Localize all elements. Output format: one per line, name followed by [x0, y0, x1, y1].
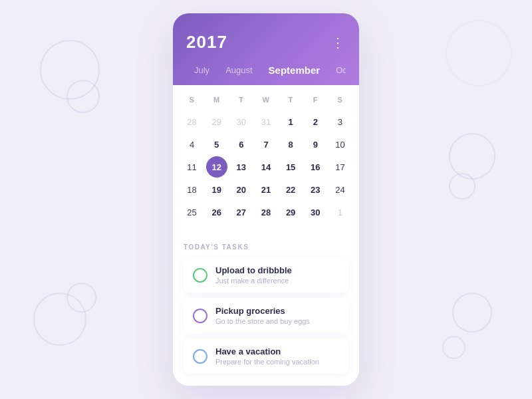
- cal-day[interactable]: 29: [286, 201, 295, 223]
- cal-day[interactable]: 2: [313, 110, 318, 133]
- task-circle: [193, 268, 207, 283]
- tasks-section: TODAY'S TASKS Upload to dribbbleJust mak…: [173, 233, 359, 386]
- cal-day-wrapper: 28: [253, 201, 278, 223]
- cal-day-wrapper: 9: [303, 133, 328, 156]
- cal-day[interactable]: 21: [261, 178, 271, 201]
- cal-day-wrapper: 5: [204, 133, 229, 156]
- day-header-T: T: [279, 92, 303, 108]
- task-circle: [193, 309, 207, 323]
- cal-day-wrapper: 29: [279, 201, 303, 223]
- day-header-W: W: [253, 92, 278, 108]
- day-header-F: F: [303, 92, 328, 108]
- more-icon[interactable]: ⋮: [331, 36, 346, 49]
- month-tabs: JulyAugustSeptemberOctoberN: [186, 65, 346, 85]
- day-header-S: S: [328, 92, 352, 108]
- task-card[interactable]: Pickup groceriesGo to the store and buy …: [184, 298, 348, 333]
- day-header-T: T: [229, 92, 253, 108]
- cal-day-wrapper: 26: [204, 201, 229, 223]
- cal-day-wrapper: 15: [279, 156, 303, 178]
- task-content: Pickup groceriesGo to the store and buy …: [215, 306, 310, 325]
- cal-day[interactable]: 13: [237, 156, 246, 178]
- month-tab-october[interactable]: October: [328, 65, 346, 75]
- cal-day[interactable]: 22: [286, 178, 295, 201]
- cal-day[interactable]: 8: [289, 133, 293, 156]
- task-card[interactable]: Have a vacationPrepare for the coming va…: [184, 338, 348, 374]
- month-tab-august[interactable]: August: [217, 65, 260, 75]
- cal-day[interactable]: 12: [206, 156, 227, 178]
- task-desc: Prepare for the coming vacation: [215, 358, 319, 366]
- cal-day-wrapper: 23: [303, 178, 328, 201]
- cal-day-wrapper: 31: [253, 110, 278, 133]
- cal-day[interactable]: 6: [239, 133, 243, 156]
- cal-day-wrapper: 17: [328, 156, 352, 178]
- cal-day-wrapper: 22: [279, 178, 303, 201]
- task-desc: Go to the store and buy eggs: [215, 317, 310, 325]
- cal-day[interactable]: 29: [211, 110, 221, 133]
- calendar-grid-wrapper: SMTWTFS 28293031123456789101112131415161…: [173, 85, 359, 233]
- task-title: Pickup groceries: [215, 306, 310, 316]
- cal-day-wrapper: 20: [229, 178, 253, 201]
- cal-day[interactable]: 9: [313, 133, 318, 156]
- task-title: Have a vacation: [215, 346, 319, 356]
- cal-day-wrapper: 29: [204, 110, 229, 133]
- cal-day-wrapper: 11: [180, 156, 204, 178]
- task-card[interactable]: Upload to dribbbleJust make a difference: [184, 257, 348, 293]
- cal-day-wrapper: 25: [180, 201, 204, 223]
- day-headers: SMTWTFS: [180, 92, 352, 108]
- cal-day[interactable]: 10: [335, 133, 344, 156]
- cal-day[interactable]: 3: [338, 110, 342, 133]
- task-content: Upload to dribbbleJust make a difference: [215, 265, 292, 285]
- cal-day-wrapper: 14: [253, 156, 278, 178]
- cal-day-wrapper: 30: [303, 201, 328, 223]
- cal-day[interactable]: 1: [289, 110, 293, 133]
- cal-day-wrapper: 8: [279, 133, 303, 156]
- cal-day-wrapper: 18: [180, 178, 204, 201]
- cal-day[interactable]: 15: [286, 156, 295, 178]
- cal-day-wrapper: 10: [328, 133, 352, 156]
- month-tab-september[interactable]: September: [261, 65, 329, 76]
- cal-day-wrapper: 28: [180, 110, 204, 133]
- cal-day-wrapper: 30: [229, 110, 253, 133]
- cal-day[interactable]: 30: [311, 201, 320, 223]
- cal-day-wrapper: 1: [279, 110, 303, 133]
- cal-day[interactable]: 25: [187, 201, 196, 223]
- cal-day-wrapper: 19: [204, 178, 229, 201]
- cal-day-wrapper: 16: [303, 156, 328, 178]
- cal-day[interactable]: 16: [311, 156, 320, 178]
- task-desc: Just make a difference: [215, 277, 292, 285]
- cal-day[interactable]: 20: [237, 178, 246, 201]
- tasks-label: TODAY'S TASKS: [184, 243, 348, 251]
- cal-day[interactable]: 11: [187, 156, 196, 178]
- cal-day[interactable]: 18: [187, 178, 196, 201]
- cal-day[interactable]: 5: [214, 133, 219, 156]
- task-content: Have a vacationPrepare for the coming va…: [215, 346, 319, 366]
- cal-day[interactable]: 30: [237, 110, 246, 133]
- cal-day[interactable]: 1: [338, 201, 342, 223]
- cal-day[interactable]: 27: [237, 201, 246, 223]
- cal-day[interactable]: 4: [190, 133, 194, 156]
- cal-day-wrapper: 1: [328, 201, 352, 223]
- cal-day[interactable]: 28: [187, 110, 196, 133]
- cal-day[interactable]: 7: [263, 133, 268, 156]
- cal-day[interactable]: 23: [311, 178, 320, 201]
- cal-day[interactable]: 26: [211, 201, 221, 223]
- day-header-S: S: [180, 92, 204, 108]
- cal-day[interactable]: 17: [335, 156, 344, 178]
- cal-day[interactable]: 19: [211, 178, 221, 201]
- phone-container: 2017 ⋮ JulyAugustSeptemberOctoberN SMTWT…: [173, 13, 359, 386]
- cal-day[interactable]: 24: [335, 178, 344, 201]
- cal-day-wrapper: 21: [253, 178, 278, 201]
- cal-day-wrapper: 3: [328, 110, 352, 133]
- cal-day[interactable]: 28: [261, 201, 271, 223]
- task-circle: [193, 349, 207, 364]
- calendar-grid: 2829303112345678910111213141516171819202…: [180, 110, 352, 223]
- cal-day-wrapper: 6: [229, 133, 253, 156]
- cal-day-wrapper: 2: [303, 110, 328, 133]
- cal-day-wrapper: 27: [229, 201, 253, 223]
- cal-day[interactable]: 14: [261, 156, 271, 178]
- day-header-M: M: [204, 92, 229, 108]
- cal-day[interactable]: 31: [261, 110, 271, 133]
- year-label: 2017: [186, 32, 227, 53]
- month-tab-july[interactable]: July: [186, 65, 217, 75]
- cal-day-wrapper: 12: [204, 156, 229, 178]
